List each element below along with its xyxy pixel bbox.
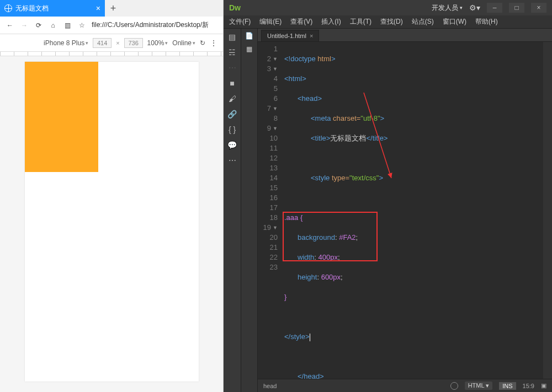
new-tab-button[interactable]: + [105,0,121,17]
lang-selector[interactable]: HTML ▾ [465,382,493,390]
address-bar: ← → ⟳ ⌂ ▥ ☆ file:///C:/Users/Administrat… [0,17,223,34]
more-tools-icon[interactable]: ⋯ [227,155,237,165]
file-tab-label: Untitled-1.html [267,33,306,39]
inspect-icon[interactable]: ■ [227,78,237,88]
dreamweaver-pane: Dw 开发人员 ⚙▾ – □ × 文件(F) 编辑(E) 查看(V) 插入(I)… [224,0,552,392]
cursor-position: 15:9 [523,383,534,389]
screen-icon[interactable]: ▣ [541,382,546,389]
workspace-dropdown[interactable]: 开发人员 [432,3,463,13]
dom-panel-icon[interactable]: ☵ [227,47,237,57]
more-icon[interactable]: ⋮ [210,39,216,47]
menu-find[interactable]: 查找(D) [380,17,403,26]
url-field[interactable]: file:///C:/Users/Administrator/Desktop/新 [92,20,217,30]
browser-pane: 无标题文档 × + ← → ⟳ ⌂ ▥ ☆ file:///C:/Users/A… [0,0,224,392]
back-icon[interactable]: ← [6,21,14,30]
star-icon[interactable]: ☆ [77,21,86,30]
left-toolbar: ▤ ☵ ⋯ ■ 🖌 🔗 { } 💬 ⋯ [224,29,241,392]
menu-view[interactable]: 查看(V) [290,17,312,26]
menu-site[interactable]: 站点(S) [412,17,434,26]
reload-icon[interactable]: ⟳ [34,21,43,30]
comment-icon[interactable]: 💬 [227,140,237,150]
text-caret [310,334,310,341]
divider-icon: ⋯ [227,63,237,73]
height-input[interactable]: 736 [124,38,143,48]
menu-insert[interactable]: 插入(I) [321,17,341,26]
dw-logo-icon: Dw [229,3,241,12]
device-dropdown[interactable]: iPhone 8 Plus [44,39,88,47]
assets-icon[interactable]: ▦ [246,45,252,53]
status-bar: head HTML ▾ INS 15:9 ▣ [258,379,552,392]
rotate-icon[interactable]: ↻ [200,39,205,47]
menu-file[interactable]: 文件(F) [229,17,251,26]
menu-help[interactable]: 帮助(H) [475,17,498,26]
online-dropdown[interactable]: Online [172,39,195,47]
ruler [0,52,223,56]
gutter: 1 2▼ 3▼ 4 5 6 7▼ 8 9▼ 10 11 12 13 14 15 … [258,42,281,379]
left-toolbar-2: 📄 ▦ [241,29,258,392]
menu-tools[interactable]: 工具(T) [350,17,371,26]
reader-icon[interactable]: ▥ [63,21,72,30]
dw-menu-bar: 文件(F) 编辑(E) 查看(V) 插入(I) 工具(T) 查找(D) 站点(S… [224,15,552,29]
brush-icon[interactable]: 🖌 [227,94,237,104]
globe-icon [4,4,12,12]
responsive-toolbar: iPhone 8 Plus 414 × 736 100% Online ↻ ⋮ [0,34,223,52]
settings-gear-icon[interactable]: ⚙▾ [469,3,480,12]
link-icon[interactable]: 🔗 [227,109,237,119]
code-editor[interactable]: 1 2▼ 3▼ 4 5 6 7▼ 8 9▼ 10 11 12 13 14 15 … [258,42,552,379]
viewport-wrap [0,56,223,392]
minimize-icon[interactable]: – [487,3,502,13]
menu-edit[interactable]: 编辑(E) [259,17,282,26]
browser-tab-strip: 无标题文档 × + [0,0,223,17]
tab-title: 无标题文档 [15,4,49,13]
close-file-icon[interactable]: × [310,33,313,39]
rendered-div-aaa [25,62,98,172]
maximize-icon[interactable]: □ [509,3,524,13]
format-icon[interactable]: { } [227,125,237,135]
file-tab[interactable]: Untitled-1.html × [261,30,319,41]
files-icon[interactable]: 📄 [245,32,253,40]
home-icon[interactable]: ⌂ [49,21,57,30]
forward-icon[interactable]: → [20,21,29,30]
editor-scrollbar[interactable] [543,42,552,379]
device-viewport [25,62,199,382]
file-panel-icon[interactable]: ▤ [227,32,237,42]
times-icon: × [116,40,119,46]
dw-body: ▤ ☵ ⋯ ■ 🖌 🔗 { } 💬 ⋯ 📄 ▦ Untitled-1.html … [224,29,552,392]
annotation-arrow-icon [358,76,408,186]
editor-area: Untitled-1.html × 1 2▼ 3▼ 4 5 6 7▼ 8 9▼ … [258,29,552,392]
dw-title-bar: Dw 开发人员 ⚙▾ – □ × [224,0,552,15]
sync-status-icon[interactable] [450,382,458,390]
width-input[interactable]: 414 [93,38,112,48]
menu-window[interactable]: 窗口(W) [443,17,466,26]
file-tab-strip: Untitled-1.html × [258,29,552,42]
insert-mode[interactable]: INS [499,382,516,390]
close-window-icon[interactable]: × [531,3,546,13]
browser-tab[interactable]: 无标题文档 × [0,0,105,17]
code-content[interactable]: <!doctype html> <html> <head> <meta char… [281,42,552,379]
breadcrumb[interactable]: head [263,383,277,389]
zoom-dropdown[interactable]: 100% [147,39,168,47]
close-tab-icon[interactable]: × [96,4,100,13]
